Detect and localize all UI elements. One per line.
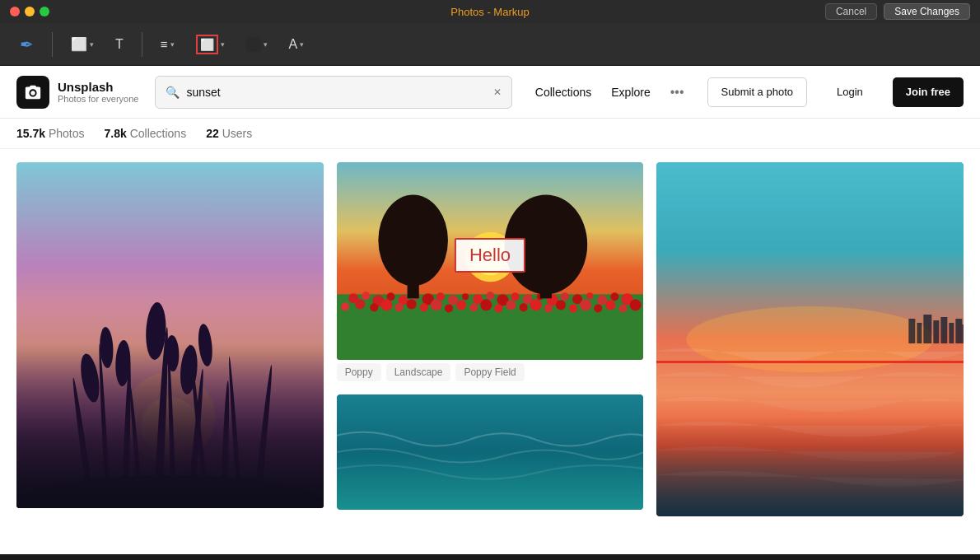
svg-point-31 [511,292,519,301]
svg-rect-71 [924,315,932,343]
chevron-down-icon-4: ▾ [264,40,268,49]
svg-point-41 [341,302,349,310]
text-tool-button[interactable]: T [109,33,130,56]
svg-point-11 [77,352,102,404]
photo-image-1 [16,162,324,508]
svg-point-0 [70,377,113,508]
brand-icon [16,76,49,109]
photo-image-4 [337,394,644,510]
minimize-button[interactable] [25,7,35,16]
svg-point-64 [629,299,641,310]
svg-point-61 [594,304,602,312]
users-count: 22 [206,127,219,140]
photo-svg-3 [656,162,964,516]
photo-column-1 [16,162,324,541]
pen-tool-button[interactable]: ✒ [13,30,40,58]
photos-label: Photos [49,127,85,140]
svg-point-66 [378,194,448,286]
lines-icon: ≡ [161,37,168,51]
chevron-down-icon: ▾ [90,40,94,49]
chevron-down-icon-5: ▾ [300,40,304,49]
stats-bar: 15.7k Photos 7.8k Collections 22 Users [0,119,980,149]
svg-rect-76 [963,324,964,343]
nav-links: Collections Explore ••• [529,80,691,105]
svg-point-49 [445,304,453,312]
font-icon: A [289,37,298,52]
save-changes-button[interactable]: Save Changes [884,3,970,20]
tag-poppy-field[interactable]: Poppy Field [455,363,524,381]
collections-nav[interactable]: Collections [529,81,598,104]
photo-svg-1 [16,162,324,508]
title-bar: Photos - Markup Cancel Save Changes [0,0,980,23]
explore-nav[interactable]: Explore [604,81,656,104]
svg-point-43 [370,303,378,311]
tag-landscape[interactable]: Landscape [386,363,451,381]
collections-count: 7.8k [105,127,127,140]
traffic-lights [10,7,49,16]
cancel-button[interactable]: Cancel [825,3,877,20]
fill-color-icon [246,37,261,52]
search-bar[interactable]: 🔍 ✕ [155,76,511,109]
shape-tool-button[interactable]: ⬜ ▾ [64,32,100,56]
title-text: Photos - [450,6,493,18]
photo-card-4[interactable] [337,394,644,510]
svg-point-46 [406,299,416,309]
brand: Unsplash Photos for everyone [16,76,138,109]
lines-tool-button[interactable]: ≡ ▾ [154,33,181,55]
toolbar-divider-1 [52,32,53,57]
fullscreen-button[interactable] [40,7,49,16]
border-color-button[interactable]: ⬜ ▾ [189,30,231,58]
svg-point-2 [116,360,133,508]
wave-d [656,422,964,436]
shape-icon: ⬜ [71,36,87,52]
tag-poppy[interactable]: Poppy [337,363,381,381]
svg-point-62 [605,300,615,310]
photos-stat[interactable]: 15.7k Photos [16,127,85,140]
wave-f [656,471,964,486]
brand-text: Unsplash Photos for everyone [58,80,138,104]
svg-point-39 [610,292,618,301]
join-free-button[interactable]: Join free [893,77,964,107]
svg-point-60 [580,299,591,310]
sky-rect [16,162,324,508]
hello-annotation[interactable]: Hello [455,238,525,273]
brand-name: Unsplash [58,80,138,94]
chevron-down-icon-2: ▾ [170,40,175,49]
photo-card-3[interactable] [656,162,964,516]
photo-card-2[interactable]: Hello Poppy Landscape Poppy Field [337,162,644,381]
sun-circle [141,397,198,455]
svg-point-10 [238,365,275,508]
photo-card-1[interactable] [16,162,324,508]
svg-point-48 [430,299,441,310]
svg-rect-74 [950,323,954,343]
svg-rect-73 [941,317,948,343]
svg-point-35 [561,292,569,301]
svg-point-19 [362,292,370,300]
svg-point-45 [394,303,403,311]
users-stat[interactable]: 22 Users [206,127,252,140]
photo-tags: Poppy Landscape Poppy Field [337,363,644,381]
svg-point-50 [456,300,466,310]
submit-photo-button[interactable]: Submit a photo [707,77,807,107]
photo-image-2: Hello [337,162,644,360]
fill-color-button[interactable]: ▾ [240,33,274,56]
svg-point-3 [128,385,154,508]
brand-tagline: Photos for everyone [58,94,138,104]
more-nav-icon[interactable]: ••• [664,80,691,105]
window-title: Photos - Markup [450,6,529,18]
search-clear-icon[interactable]: ✕ [493,86,502,98]
photo-column-2: Hello Poppy Landscape Poppy Field [337,162,644,541]
svg-point-5 [166,352,182,508]
photo-grid: Hello Poppy Landscape Poppy Field [0,149,980,554]
wave-e [656,446,964,461]
search-input[interactable] [186,86,486,99]
close-button[interactable] [10,7,20,16]
svg-point-6 [175,368,207,508]
collections-stat[interactable]: 7.8k Collections [105,127,187,140]
login-button[interactable]: Login [824,77,876,107]
font-button[interactable]: A ▾ [282,33,311,56]
svg-rect-75 [956,319,963,343]
svg-point-8 [216,380,231,508]
ocean-rect [337,394,644,510]
app-bar: Unsplash Photos for everyone 🔍 ✕ Collect… [0,66,980,119]
